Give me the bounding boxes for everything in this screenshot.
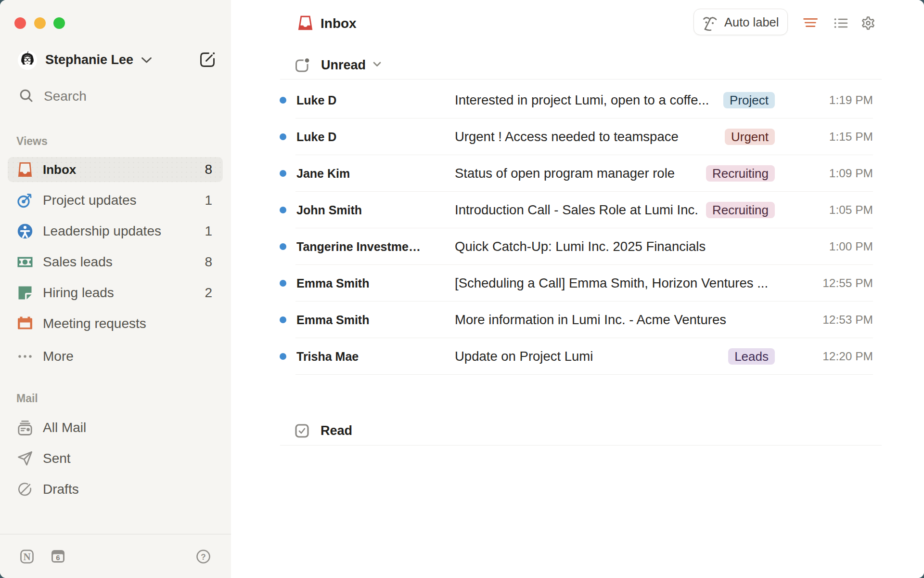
svg-text:N: N [23,551,30,563]
svg-text:6: 6 [56,553,60,562]
svg-text:?: ? [201,552,205,562]
